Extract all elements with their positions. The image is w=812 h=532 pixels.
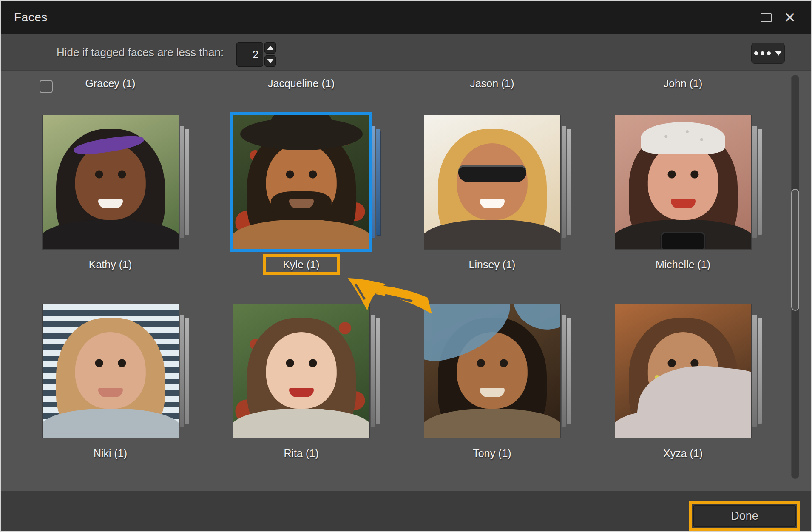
- faces-dialog: Faces ✕ Hide if tagged faces are less th…: [0, 0, 812, 532]
- portrait-mouth: [289, 199, 314, 208]
- vertical-scrollbar-thumb[interactable]: [791, 189, 799, 311]
- dialog-title: Faces: [14, 1, 48, 34]
- caret-down-icon: [775, 51, 782, 56]
- portrait-eyes: [90, 359, 131, 367]
- portrait-mouth: [480, 199, 505, 208]
- photo-stack-bar: [376, 318, 380, 424]
- portrait-torso: [424, 220, 560, 249]
- portrait-torso: [233, 409, 369, 438]
- face-thumbnail[interactable]: [424, 115, 560, 249]
- face-cell: Michelle (1): [588, 115, 778, 270]
- photo-stack-bar: [376, 129, 380, 235]
- face-row-bottom: Niki (1) Rita (1): [15, 304, 778, 459]
- face-label[interactable]: Kathy (1): [84, 257, 137, 270]
- hide-faces-label: Hide if tagged faces are less than:: [57, 34, 224, 71]
- face-cell: Jason (1): [397, 76, 588, 89]
- photo-stack-bar: [752, 315, 757, 427]
- stepper-down-button[interactable]: [264, 55, 276, 67]
- vertical-scrollbar-track[interactable]: [791, 75, 799, 479]
- portrait-eyes: [281, 359, 322, 367]
- face-thumbnail[interactable]: [43, 304, 179, 438]
- face-thumbnail-stack: [615, 115, 751, 249]
- ellipsis-icon: [767, 51, 771, 55]
- close-icon: ✕: [784, 10, 796, 25]
- portrait-mouth: [671, 199, 696, 208]
- face-thumbnail[interactable]: [424, 304, 560, 438]
- face-label[interactable]: Jason (1): [465, 76, 519, 89]
- arrow-up-icon: [267, 46, 274, 50]
- photo-stack-bar: [180, 126, 184, 238]
- face-thumbnail[interactable]: [615, 115, 751, 249]
- face-thumbnail[interactable]: [233, 304, 369, 438]
- portrait-accessory: [240, 118, 363, 150]
- face-thumbnail-stack: [43, 115, 179, 249]
- portrait-torso: [615, 220, 751, 249]
- face-cell: Rita (1): [206, 304, 397, 459]
- portrait-eyes: [472, 359, 513, 367]
- photo-stack-bar: [758, 318, 762, 424]
- face-thumbnail[interactable]: [43, 115, 179, 249]
- photo-stack-bar: [758, 129, 762, 235]
- face-thumbnail-stack: [233, 115, 369, 249]
- portrait-torso: [43, 220, 179, 249]
- face-cell: Tony (1): [397, 304, 588, 459]
- photo-stack-bar: [562, 315, 566, 427]
- photo-stack-bar: [752, 126, 757, 238]
- portrait-accessory: [458, 165, 526, 182]
- arrow-down-icon: [267, 59, 274, 63]
- annotation-box-done: Done: [689, 501, 800, 531]
- title-bar: Faces ✕: [1, 1, 811, 34]
- face-label[interactable]: Kyle (1): [266, 257, 336, 270]
- portrait-mouth: [98, 388, 123, 397]
- portrait-mouth: [98, 199, 123, 208]
- face-thumbnail-stack: [424, 304, 560, 438]
- face-label[interactable]: Gracey (1): [80, 76, 140, 89]
- portrait-mouth: [289, 388, 314, 397]
- face-label[interactable]: Linsey (1): [464, 257, 521, 270]
- face-row-top: Gracey (1) Jacqueline (1) Jason (1) John…: [15, 76, 778, 89]
- face-label[interactable]: Jacqueline (1): [263, 76, 340, 89]
- photo-stack-bar: [185, 129, 189, 235]
- face-label[interactable]: Tony (1): [468, 446, 516, 459]
- stepper-up-button[interactable]: [264, 42, 276, 54]
- face-thumbnail-stack: [615, 304, 751, 438]
- photo-stack-bar: [567, 318, 571, 424]
- footer-bar: Done: [1, 491, 811, 531]
- portrait-mouth: [480, 388, 505, 397]
- portrait-torso: [43, 409, 179, 438]
- face-cell: Kathy (1): [15, 115, 206, 270]
- photo-stack-bar: [185, 318, 189, 424]
- face-thumbnail[interactable]: [615, 304, 751, 438]
- face-label[interactable]: John (1): [659, 76, 708, 89]
- done-button[interactable]: Done: [693, 505, 796, 527]
- faces-grid-area: Gracey (1) Jacqueline (1) Jason (1) John…: [1, 71, 811, 491]
- face-cell: Niki (1): [15, 304, 206, 459]
- face-thumbnail[interactable]: [233, 115, 369, 249]
- face-cell: Xyza (1): [588, 304, 778, 459]
- threshold-input[interactable]: [236, 42, 263, 67]
- face-cell: John (1): [588, 76, 778, 89]
- face-label[interactable]: Rita (1): [279, 446, 324, 459]
- portrait-torso: [233, 220, 369, 249]
- face-label[interactable]: Niki (1): [88, 446, 132, 459]
- portrait-accessory: [641, 122, 725, 154]
- portrait-eyes: [663, 170, 704, 179]
- face-label[interactable]: Michelle (1): [650, 257, 715, 270]
- photo-stack-bar: [562, 126, 566, 238]
- face-cell: Linsey (1): [397, 115, 588, 270]
- face-label[interactable]: Xyza (1): [658, 446, 708, 459]
- hide-faces-checkbox[interactable]: [40, 80, 53, 93]
- photo-stack-bar: [180, 315, 184, 427]
- photo-stack-bar: [371, 126, 375, 238]
- close-button[interactable]: ✕: [781, 1, 799, 34]
- maximize-icon: [761, 13, 772, 22]
- portrait-eyes: [281, 170, 322, 179]
- threshold-stepper: [264, 42, 276, 67]
- face-thumbnail-stack: [424, 115, 560, 249]
- maximize-button[interactable]: [757, 1, 775, 34]
- portrait-torso: [424, 409, 560, 438]
- more-options-button[interactable]: [751, 43, 785, 64]
- ellipsis-icon: [761, 51, 764, 55]
- photo-stack-bar: [371, 315, 375, 427]
- ellipsis-icon: [754, 51, 758, 55]
